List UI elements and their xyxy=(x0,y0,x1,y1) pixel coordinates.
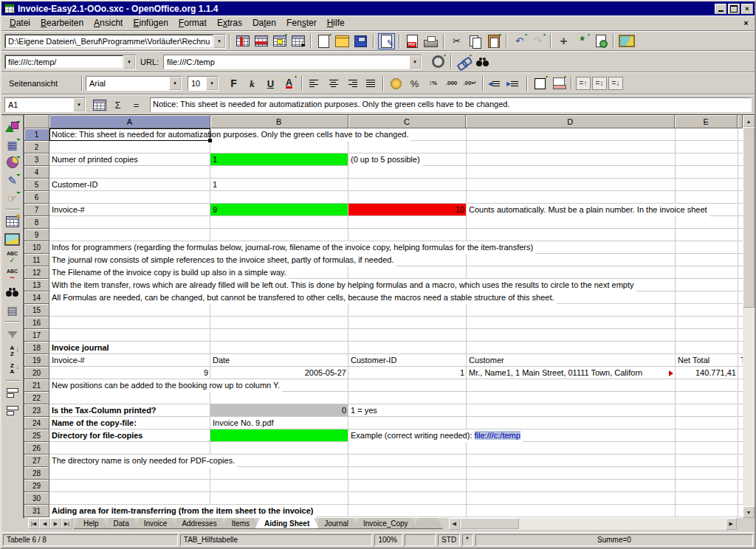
title-bar[interactable]: Invoice-Easy2.1-OOo.sxc - OpenOffice.org… xyxy=(1,1,755,15)
cell-E27[interactable] xyxy=(676,455,738,467)
function-autopilot-icon[interactable] xyxy=(91,97,108,113)
row-header-11[interactable]: 11 xyxy=(24,254,49,266)
cell-D5[interactable] xyxy=(467,179,676,191)
cell-C28[interactable] xyxy=(348,467,467,480)
internet-icon[interactable]: ▼ xyxy=(430,54,447,70)
font-color-icon[interactable]: A▼ xyxy=(281,75,298,92)
cell-E29[interactable] xyxy=(676,480,738,492)
cell-C8[interactable] xyxy=(348,216,467,229)
cell-A22[interactable] xyxy=(49,392,210,404)
save-icon[interactable] xyxy=(352,33,369,49)
document-path-combo[interactable]: D:\Eigene Dateien\_Beruf\Programme\Vorlä… xyxy=(4,34,226,49)
cell-B7[interactable] xyxy=(210,204,348,216)
column-header-E[interactable]: E xyxy=(675,115,738,128)
insert-cells-icon[interactable]: ▼ xyxy=(271,33,288,49)
cell-E3[interactable] xyxy=(676,153,738,166)
cell-C5[interactable] xyxy=(348,179,467,191)
chevron-down-icon[interactable]: ▼ xyxy=(206,77,218,90)
cell-D16[interactable] xyxy=(467,317,676,329)
cell-E10[interactable] xyxy=(676,241,738,254)
paste-icon[interactable]: ▼ xyxy=(485,33,502,49)
select-all-corner[interactable] xyxy=(24,115,49,128)
row-header-15[interactable]: 15 xyxy=(24,304,49,317)
cell-D23[interactable] xyxy=(467,404,676,417)
column-header-D[interactable]: D xyxy=(466,115,675,128)
cell-D4[interactable] xyxy=(467,166,676,179)
row-header-24[interactable]: 24 xyxy=(24,417,49,429)
menu-daten[interactable]: Daten xyxy=(247,16,281,30)
column-header-A[interactable]: A xyxy=(49,115,210,128)
cell-C21[interactable] xyxy=(348,379,467,392)
cell-C22[interactable] xyxy=(348,392,467,404)
horizontal-scroll-thumb[interactable] xyxy=(460,518,519,529)
cell-C2[interactable] xyxy=(348,141,467,153)
row-header-6[interactable]: 6 xyxy=(24,191,49,204)
align-top-icon[interactable]: =↑ xyxy=(576,77,591,90)
cell-D24[interactable] xyxy=(467,417,676,429)
next-sheet-icon[interactable]: ▶ xyxy=(50,518,61,529)
draw-functions-icon[interactable]: ✎ xyxy=(4,172,21,188)
row-header-2[interactable]: 2 xyxy=(24,141,49,153)
cell-C4[interactable] xyxy=(348,166,467,179)
decrease-indent-icon[interactable] xyxy=(487,75,504,92)
cell-E17[interactable] xyxy=(676,329,738,342)
cell-C29[interactable] xyxy=(348,480,467,492)
url-input-value[interactable]: file:///C:/temp xyxy=(164,55,409,69)
cell-A28[interactable] xyxy=(49,467,210,480)
cell-D26[interactable] xyxy=(467,442,676,455)
menu-einfgen[interactable]: Einfügen xyxy=(128,16,173,30)
cell-A4[interactable] xyxy=(49,166,210,179)
cell-C6[interactable] xyxy=(348,191,467,204)
insert-columns-icon[interactable] xyxy=(234,33,251,49)
group-icon[interactable] xyxy=(4,384,21,401)
cell-B25[interactable] xyxy=(210,429,348,442)
font-name-combo[interactable]: Arial ▼ xyxy=(86,76,182,91)
undo-icon[interactable]: ↶▼ xyxy=(511,33,528,49)
insert-rows-icon[interactable] xyxy=(252,33,269,49)
bold-icon[interactable]: F xyxy=(225,75,242,92)
cell-D3[interactable] xyxy=(467,153,676,166)
percent-format-icon[interactable]: % xyxy=(406,75,423,92)
cell-E23[interactable] xyxy=(676,404,738,417)
maximize-button[interactable] xyxy=(728,4,740,14)
scroll-right-icon[interactable]: ▶ xyxy=(726,518,737,530)
menu-extras[interactable]: Extras xyxy=(212,16,247,30)
insert-icon[interactable] xyxy=(4,119,21,135)
align-justify-icon[interactable] xyxy=(362,75,379,92)
ungroup-icon[interactable] xyxy=(4,402,21,418)
row-header-17[interactable]: 17 xyxy=(24,329,49,342)
data-sources-icon[interactable]: ▤ xyxy=(4,302,21,318)
chevron-down-icon[interactable]: ▼ xyxy=(409,55,421,69)
menu-hilfe[interactable]: Hilfe xyxy=(322,16,350,30)
cell-B17[interactable] xyxy=(210,329,348,342)
cell-A9[interactable] xyxy=(49,229,210,241)
cell-C18[interactable] xyxy=(348,342,467,354)
cell-D28[interactable] xyxy=(467,467,676,480)
insert-object-icon[interactable] xyxy=(4,154,21,170)
sheet-tab-addresses[interactable]: Addresses xyxy=(172,518,226,529)
open-icon[interactable] xyxy=(334,33,351,49)
status-selection-mode[interactable]: STD xyxy=(438,534,460,546)
find-icon[interactable] xyxy=(474,54,491,70)
row-header-3[interactable]: 3 xyxy=(24,153,49,166)
previous-sheet-icon[interactable]: ◀ xyxy=(39,518,50,529)
row-header-29[interactable]: 29 xyxy=(24,480,49,492)
url-input[interactable]: file:///C:/temp ▼ xyxy=(163,55,422,69)
row-header-26[interactable]: 26 xyxy=(24,442,49,455)
sheet-tab-invoice[interactable]: Invoice xyxy=(134,518,177,529)
status-sheet-position[interactable]: Tabelle 6 / 8 xyxy=(3,534,178,546)
cell-B5[interactable] xyxy=(210,179,348,191)
cell-D17[interactable] xyxy=(467,329,676,342)
cell-E4[interactable] xyxy=(676,166,738,179)
currency-format-icon[interactable] xyxy=(388,75,405,92)
cell-B28[interactable] xyxy=(210,467,348,480)
cell-C27[interactable] xyxy=(348,455,467,467)
stylist-icon[interactable]: *▼ xyxy=(574,33,591,49)
cell-E22[interactable] xyxy=(676,392,738,404)
vertical-scroll-thumb[interactable] xyxy=(743,127,755,308)
cell-E24[interactable] xyxy=(676,417,738,429)
cell-A29[interactable] xyxy=(49,480,210,492)
chevron-down-icon[interactable]: ▼ xyxy=(213,35,225,48)
menu-bearbeiten[interactable]: Bearbeiten xyxy=(35,16,89,30)
export-pdf-icon[interactable]: PDF xyxy=(404,33,421,49)
